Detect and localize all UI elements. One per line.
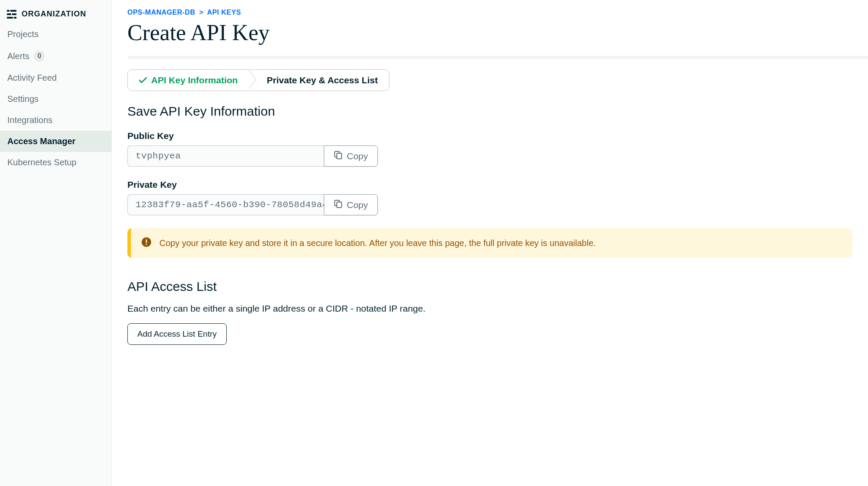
organization-icon [7,10,16,19]
access-list-desc: Each entry can be either a single IP add… [127,303,868,314]
sidebar-item-label: Activity Feed [7,73,57,83]
alerts-badge: 0 [34,50,45,62]
step-label: API Key Information [151,75,238,85]
main-content: OPS-MANAGER-DB > API KEYS Create API Key… [112,0,868,486]
warning-text: Copy your private key and store it in a … [159,238,596,248]
sidebar: ORGANIZATION Projects Alerts 0 Activity … [0,0,112,486]
sidebar-item-label: Projects [7,29,38,39]
save-section-title: Save API Key Information [127,104,868,119]
public-key-label: Public Key [127,131,868,141]
sidebar-item-label: Kubernetes Setup [7,158,76,167]
breadcrumb-sep: > [199,9,203,16]
step-label: Private Key & Access List [267,75,378,85]
svg-rect-5 [146,240,147,243]
svg-rect-3 [337,202,342,208]
copy-label: Copy [347,200,368,210]
sidebar-item-alerts[interactable]: Alerts 0 [0,45,111,67]
sidebar-item-label: Settings [7,94,38,104]
sidebar-header-label: ORGANIZATION [22,9,86,19]
copy-icon [334,199,342,210]
warning-icon [141,237,152,249]
public-key-field: Public Key tvphpyea Copy [127,131,868,167]
public-key-value[interactable]: tvphpyea [127,145,324,167]
sidebar-item-activity-feed[interactable]: Activity Feed [0,67,111,88]
copy-icon [334,151,342,161]
sidebar-item-access-manager[interactable]: Access Manager [0,131,111,152]
check-icon [139,75,147,85]
sidebar-item-projects[interactable]: Projects [0,24,111,45]
sidebar-item-settings[interactable]: Settings [0,88,111,110]
copy-public-key-button[interactable]: Copy [324,145,378,167]
copy-private-key-button[interactable]: Copy [324,194,378,215]
access-list-title: API Access List [127,279,868,294]
sidebar-item-label: Alerts [7,51,29,61]
private-key-label: Private Key [127,180,868,190]
breadcrumb-parent[interactable]: OPS-MANAGER-DB [127,9,195,16]
page-title: Create API Key [127,20,868,56]
breadcrumb: OPS-MANAGER-DB > API KEYS [127,9,868,20]
step-separator [249,70,256,89]
step-api-key-information[interactable]: API Key Information [128,70,249,91]
title-divider [127,56,868,59]
breadcrumb-current[interactable]: API KEYS [207,9,241,16]
warning-banner: Copy your private key and store it in a … [127,228,852,258]
add-access-list-entry-button[interactable]: Add Access List Entry [127,323,227,345]
private-key-field: Private Key 12383f79-aa5f-4560-b390-7805… [127,180,868,215]
svg-rect-1 [337,153,342,159]
sidebar-item-label: Integrations [7,115,53,125]
private-key-value[interactable]: 12383f79-aa5f-4560-b390-78058d49a48c [127,194,324,215]
sidebar-header: ORGANIZATION [0,4,111,24]
svg-point-6 [146,244,147,245]
stepper: API Key Information Private Key & Access… [127,69,390,91]
sidebar-item-kubernetes-setup[interactable]: Kubernetes Setup [0,152,111,173]
copy-label: Copy [347,151,368,161]
sidebar-item-integrations[interactable]: Integrations [0,110,111,131]
step-private-key-access-list[interactable]: Private Key & Access List [256,70,389,91]
sidebar-item-label: Access Manager [7,136,76,146]
